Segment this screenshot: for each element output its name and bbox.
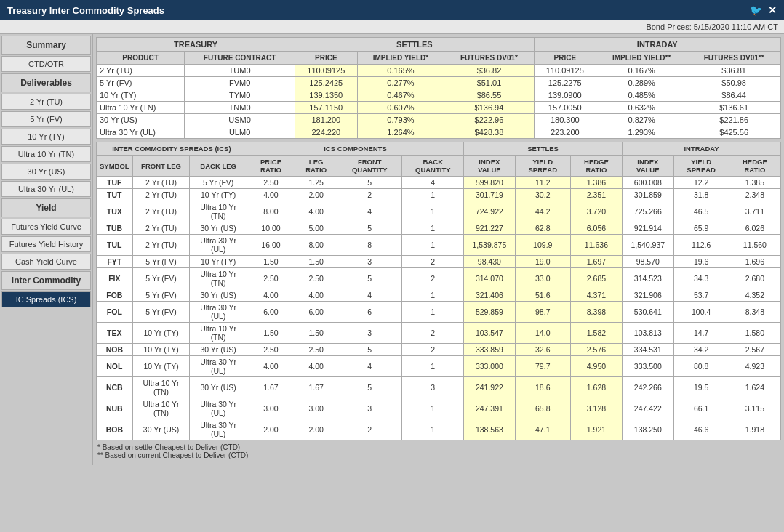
sidebar-2yr[interactable]: 2 Yr (TU): [1, 94, 91, 110]
ics-leg-ratio: 6.00: [295, 302, 337, 323]
ics-back-qty: 1: [402, 189, 464, 201]
treasury-implied-yield: 0.467%: [357, 89, 444, 102]
treasury-intraday-yield: 0.632%: [596, 102, 687, 114]
sidebar-inter-commodity[interactable]: Inter Commodity: [1, 271, 91, 290]
ics-front-qty: 5: [337, 377, 402, 398]
title-bar-icons: 🐦 ✕: [750, 4, 777, 16]
sidebar-ultra30yr[interactable]: Ultra 30 Yr (UL): [1, 181, 91, 197]
th-price-ratio: PRICE RATIO: [247, 156, 295, 177]
ics-symbol: NCB: [97, 377, 133, 398]
ics-index-value: 321.406: [464, 289, 516, 302]
ics-hedge-ratio: 11.636: [570, 235, 622, 256]
ics-row: BOB 30 Yr (US) Ultra 30 Yr (UL) 2.00 2.0…: [97, 419, 781, 440]
bond-prices-bar: Bond Prices: 5/15/2020 11:10 AM CT: [0, 20, 784, 34]
ics-leg-ratio: 1.25: [295, 177, 337, 189]
ics-front-qty: 8: [337, 235, 402, 256]
ics-back-qty: 2: [402, 344, 464, 356]
ics-front-qty: 5: [337, 268, 402, 289]
ics-back-leg: 30 Yr (US): [190, 344, 247, 356]
ics-hedge-ratio: 1.582: [570, 323, 622, 344]
ics-index-value: 333.000: [464, 356, 516, 377]
ics-index-value: 247.391: [464, 398, 516, 419]
th-implied-yield2: IMPLIED YIELD**: [596, 52, 687, 65]
treasury-implied-yield: 0.165%: [357, 65, 444, 77]
sidebar-5yr[interactable]: 5 Yr (FV): [1, 111, 91, 127]
sidebar-futures-yield-curve[interactable]: Futures Yield Curve: [1, 219, 91, 235]
treasury-contract: TYM0: [185, 89, 295, 102]
ics-leg-ratio: 4.00: [295, 356, 337, 377]
ics-i-index-value: 103.813: [623, 323, 674, 344]
treasury-implied-yield: 0.607%: [357, 102, 444, 114]
ics-yield-spread: 14.0: [515, 323, 570, 344]
treasury-implied-yield: 0.277%: [357, 77, 444, 89]
ics-leg-ratio: 4.00: [295, 289, 337, 302]
ics-i-index-value: 725.266: [623, 201, 674, 222]
ics-back-qty: 1: [402, 235, 464, 256]
ics-front-qty: 5: [337, 222, 402, 235]
treasury-settle-price: 110.09125: [295, 65, 357, 77]
ics-hedge-ratio: 8.398: [570, 302, 622, 323]
treasury-intraday-price: 110.09125: [534, 65, 596, 77]
treasury-row: Ultra 10 Yr (TN) TNM0 157.1150 0.607% $1…: [97, 102, 781, 114]
ics-price-ratio: 2.00: [247, 419, 295, 440]
ics-i-hedge-ratio: 2.567: [729, 344, 780, 356]
ics-back-qty: 1: [402, 398, 464, 419]
treasury-intraday-yield: 0.827%: [596, 114, 687, 126]
ics-i-index-value: 138.250: [623, 419, 674, 440]
close-icon[interactable]: ✕: [768, 4, 777, 16]
sidebar-yield[interactable]: Yield: [1, 198, 91, 217]
ics-price-ratio: 1.50: [247, 256, 295, 268]
ics-i-hedge-ratio: 11.560: [729, 235, 780, 256]
ics-hedge-ratio: 4.950: [570, 356, 622, 377]
treasury-intraday-price: 157.0050: [534, 102, 596, 114]
ics-i-index-value: 333.500: [623, 356, 674, 377]
treasury-settle-price: 157.1150: [295, 102, 357, 114]
ics-i-hedge-ratio: 1.385: [729, 177, 780, 189]
ics-hedge-ratio: 6.056: [570, 222, 622, 235]
sidebar-30yr[interactable]: 30 Yr (US): [1, 164, 91, 180]
sidebar-cash-yield-curve[interactable]: Cash Yield Curve: [1, 254, 91, 270]
ics-i-hedge-ratio: 1.918: [729, 419, 780, 440]
ics-symbol: FYT: [97, 256, 133, 268]
ics-row: FYT 5 Yr (FV) 10 Yr (TY) 1.50 1.50 3 2 9…: [97, 256, 781, 268]
sidebar-futures-yield-history[interactable]: Futures Yield History: [1, 236, 91, 252]
sidebar-deliverables[interactable]: Deliverables: [1, 73, 91, 92]
treasury-implied-yield: 1.264%: [357, 126, 444, 139]
ics-i-yield-spread: 65.9: [673, 222, 729, 235]
ics-i-index-value: 600.008: [623, 177, 674, 189]
ics-price-ratio: 6.00: [247, 302, 295, 323]
ics-front-qty: 5: [337, 344, 402, 356]
ics-leg-ratio: 1.50: [295, 256, 337, 268]
ics-i-yield-spread: 46.5: [673, 201, 729, 222]
treasury-intraday-dv01: $136.61: [687, 102, 781, 114]
sidebar-ctd-otr[interactable]: CTD/OTR: [1, 56, 91, 72]
ics-price-ratio: 2.50: [247, 268, 295, 289]
ics-row: TUB 2 Yr (TU) 30 Yr (US) 10.00 5.00 5 1 …: [97, 222, 781, 235]
sidebar-ic-spreads[interactable]: IC Spreads (ICS): [1, 291, 91, 307]
sidebar-summary[interactable]: Summary: [1, 36, 91, 55]
ics-i-yield-spread: 19.6: [673, 256, 729, 268]
ics-row: TUX 2 Yr (TU) Ultra 10 Yr (TN) 8.00 4.00…: [97, 201, 781, 222]
th-futures-dv012: FUTURES DV01**: [687, 52, 781, 65]
ics-i-index-value: 242.266: [623, 377, 674, 398]
ics-i-yield-spread: 34.2: [673, 344, 729, 356]
ics-i-index-value: 530.641: [623, 302, 674, 323]
treasury-dv01: $428.38: [444, 126, 534, 139]
sidebar-10yr[interactable]: 10 Yr (TY): [1, 129, 91, 145]
ics-front-qty: 2: [337, 419, 402, 440]
ics-i-index-value: 1,540.937: [623, 235, 674, 256]
twitter-icon[interactable]: 🐦: [750, 4, 762, 16]
ics-front-qty: 3: [337, 256, 402, 268]
ics-yield-spread: 51.6: [515, 289, 570, 302]
ics-symbol: TUX: [97, 201, 133, 222]
ics-front-qty: 2: [337, 189, 402, 201]
ics-i-yield-spread: 14.7: [673, 323, 729, 344]
ics-intraday-header: INTRADAY: [623, 142, 781, 156]
treasury-intraday-dv01: $221.86: [687, 114, 781, 126]
sidebar-ultra10yr[interactable]: Ultra 10 Yr (TN): [1, 146, 91, 162]
ics-row: FOL 5 Yr (FV) Ultra 30 Yr (UL) 6.00 6.00…: [97, 302, 781, 323]
ics-front-qty: 3: [337, 398, 402, 419]
ics-i-yield-spread: 100.4: [673, 302, 729, 323]
ics-front-leg: Ultra 10 Yr (TN): [132, 377, 190, 398]
th-intraday-price: PRICE: [534, 52, 596, 65]
